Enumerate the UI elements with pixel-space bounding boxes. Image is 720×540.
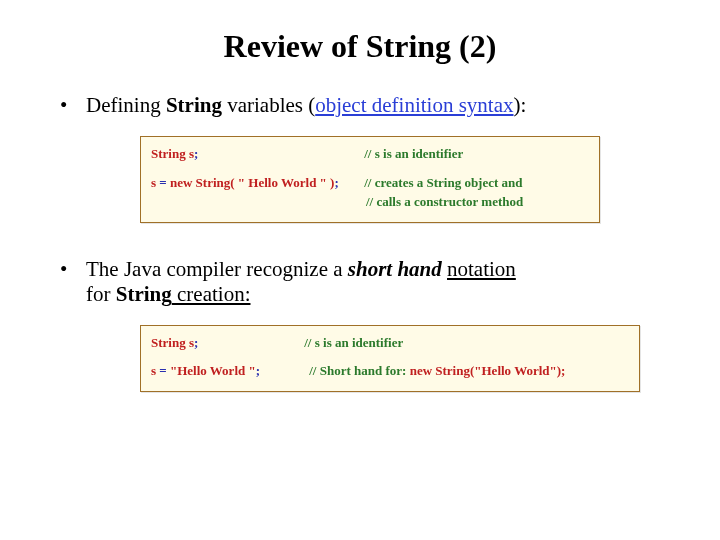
code-block-2: String s; // s is an identifier s = "Hel… [140,325,640,393]
code2-l2-comment-pre: // Short hand for: [309,363,409,378]
code2-l1-semi: ; [194,335,198,350]
bullet-list: Defining String variables (object defini… [60,93,680,118]
code2-l2-semi: ; [256,363,260,378]
code1-l1-comment: // s is an identifier [364,146,463,161]
code1-line3: // calls a constructor method [151,193,589,212]
bullet-1: Defining String variables (object defini… [60,93,680,118]
bullet-1-text-mid: variables ( [222,93,315,117]
code1-l1-semi: ; [194,146,198,161]
code1-line2: s = new String( " Hello World " ); // cr… [151,174,589,193]
code1-line1: String s; // s is an identifier [151,145,589,164]
bullet-2-em: short hand [348,257,442,281]
bullet-1-link[interactable]: object definition syntax [315,93,513,117]
bullet-2: The Java compiler recognize a short hand… [60,257,680,307]
code2-l2-eq: = [159,363,170,378]
bullet-list-2: The Java compiler recognize a short hand… [60,257,680,307]
bullet-2-ul: notation [447,257,516,281]
slide: Review of String (2) Defining String var… [0,0,720,540]
bullet-2-prefix: The Java compiler recognize a [86,257,348,281]
code1-l2-comment-b: // calls a constructor method [366,194,523,209]
code1-l2-eq: = [159,175,170,190]
bullet-1-bold-string: String [166,93,222,117]
code-block-1: String s; // s is an identifier s = new … [140,136,600,223]
slide-title: Review of String (2) [40,28,680,65]
code2-l1-comment: // s is an identifier [304,335,403,350]
code1-l2-new: new String( " Hello World " ) [170,175,334,190]
bullet-1-text-prefix: Defining [86,93,166,117]
bullet-2-line2-bold: String [116,282,172,306]
bullet-2-line2-pre: for [86,282,116,306]
code1-l2-semi: ; [334,175,338,190]
code2-l1-decl: String s [151,335,194,350]
code2-l2-str: "Hello World " [170,363,256,378]
bullet-1-text-suffix: ): [514,93,527,117]
code2-line2: s = "Hello World "; // Short hand for: n… [151,362,629,381]
code2-line1: String s; // s is an identifier [151,334,629,353]
code-block-2-wrap: String s; // s is an identifier s = "Hel… [140,325,640,393]
code1-l2-comment-a: // creates a String object and [364,175,522,190]
bullet-2-line2-suf: creation: [172,282,251,306]
code2-l2-comment-code: new String("Hello World"); [410,363,566,378]
code1-l1-decl: String s [151,146,194,161]
code-block-1-wrap: String s; // s is an identifier s = new … [140,136,600,223]
